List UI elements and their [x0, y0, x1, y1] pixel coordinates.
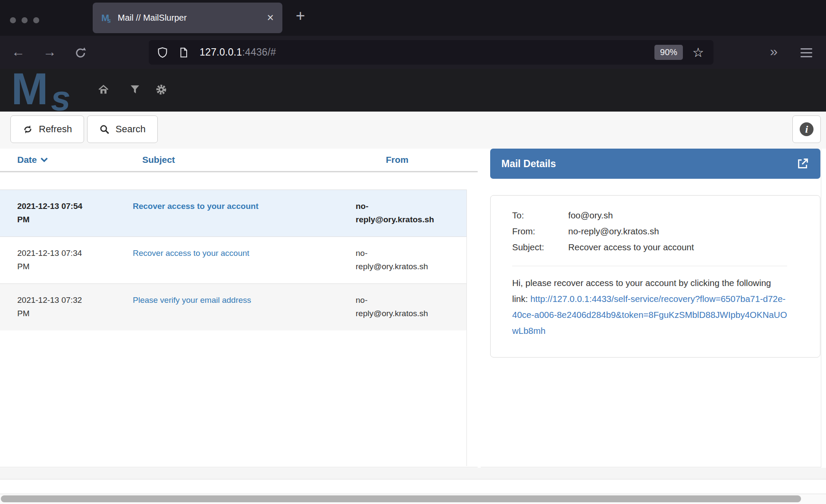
app-header: M s [0, 69, 826, 112]
details-divider [512, 266, 787, 266]
mailslurper-logo: M s [11, 69, 97, 112]
tab-favicon-mailslurper-icon: M s [101, 13, 112, 23]
mail-rows-container: 2021-12-13 07:54 PM Recover access to yo… [0, 190, 467, 466]
new-tab-button[interactable]: + [296, 7, 305, 25]
mail-from: no-reply@ory.kratos.sh [341, 284, 466, 331]
browser-tab-bar: M s Mail // MailSlurper × + [0, 0, 826, 36]
browser-tab[interactable]: M s Mail // MailSlurper × [93, 3, 282, 33]
mail-table: 2021-12-13 07:54 PM Recover access to yo… [0, 190, 466, 330]
url-path: :4436/# [242, 47, 276, 58]
window-minimize-button[interactable] [22, 17, 28, 23]
mail-subject-link[interactable]: Please verify your email address [133, 296, 251, 305]
footer-strip [0, 479, 826, 494]
open-external-icon[interactable] [796, 157, 809, 170]
column-header-subject[interactable]: Subject [142, 155, 175, 165]
mail-date: 2021-12-13 07:32 PM [0, 284, 129, 331]
search-icon [99, 124, 110, 135]
sort-descending-icon [41, 157, 48, 162]
mail-list-header: Date Subject From [0, 149, 478, 172]
scrollbar-thumb[interactable] [1, 495, 801, 502]
table-row[interactable]: 2021-12-13 07:34 PM Recover access to yo… [0, 237, 466, 284]
mail-subject-link[interactable]: Recover access to your account [133, 202, 258, 211]
search-button[interactable]: Search [87, 115, 158, 143]
window-maximize-button[interactable] [33, 17, 39, 23]
shield-icon[interactable] [156, 47, 169, 59]
from-value: no-reply@ory.kratos.sh [568, 223, 659, 239]
forward-icon[interactable]: → [43, 44, 56, 60]
column-header-from[interactable]: From [386, 155, 409, 165]
to-value: foo@ory.sh [568, 207, 613, 223]
back-icon[interactable]: ← [12, 44, 25, 60]
reload-icon[interactable] [74, 47, 87, 59]
url-text[interactable]: 127.0.0.1:4436/# [200, 47, 276, 58]
refresh-icon [22, 124, 33, 135]
svg-text:M: M [11, 69, 48, 112]
table-row[interactable]: 2021-12-13 07:32 PM Please verify your e… [0, 284, 466, 331]
search-label: Search [116, 124, 146, 135]
mail-list-panel: Date Subject From 2021-12-13 07:54 PM Re… [0, 149, 478, 467]
home-icon[interactable] [97, 84, 110, 96]
subject-label: Subject: [512, 239, 568, 255]
page-icon[interactable] [178, 47, 189, 58]
hamburger-menu-icon[interactable] [801, 48, 812, 60]
zoom-level-badge[interactable]: 90% [654, 45, 683, 60]
table-row[interactable]: 2021-12-13 07:54 PM Recover access to yo… [0, 190, 466, 237]
svg-text:s: s [51, 78, 71, 112]
toolbar-overflow-icon[interactable]: » [770, 44, 779, 59]
mail-from: no-reply@ory.kratos.sh [341, 190, 466, 237]
mail-details-title: Mail Details [501, 158, 556, 170]
mail-body: Hi, please recover access to your accoun… [512, 275, 787, 339]
info-button[interactable]: i [792, 115, 821, 143]
recovery-link[interactable]: http://127.0.0.1:4433/self-service/recov… [512, 294, 787, 336]
to-label: To: [512, 207, 568, 223]
url-host: 127.0.0.1 [200, 47, 242, 58]
refresh-label: Refresh [39, 124, 72, 135]
window-close-button[interactable] [10, 17, 16, 23]
date-column-label: Date [17, 155, 37, 165]
gear-icon[interactable] [155, 84, 167, 96]
browser-nav-bar: ← → 127.0.0.1:4436/# 90% ☆ » [0, 36, 826, 69]
url-bar[interactable]: 127.0.0.1:4436/# 90% ☆ [149, 40, 713, 65]
refresh-button[interactable]: Refresh [10, 115, 84, 143]
window-controls[interactable] [10, 17, 39, 23]
from-label: From: [512, 223, 568, 239]
mail-date: 2021-12-13 07:34 PM [0, 237, 129, 284]
mail-details-card: To: foo@ory.sh From: no-reply@ory.kratos… [490, 195, 820, 358]
subject-value: Recover access to your account [568, 239, 694, 255]
bookmark-star-icon[interactable]: ☆ [692, 45, 704, 60]
mail-subject-link[interactable]: Recover access to your account [133, 249, 249, 258]
horizontal-scrollbar[interactable] [0, 494, 826, 504]
filter-icon[interactable] [129, 84, 141, 96]
mail-details-header: Mail Details [490, 149, 820, 179]
page-background-strip [0, 468, 826, 479]
mail-details-panel: Mail Details To: foo@ory.sh From: no-rep… [481, 149, 821, 467]
tab-close-icon[interactable]: × [267, 12, 274, 24]
action-bar: Refresh Search i [0, 112, 826, 149]
mail-date: 2021-12-13 07:54 PM [0, 190, 129, 237]
tab-title: Mail // MailSlurper [118, 13, 187, 23]
column-header-date[interactable]: Date [17, 155, 48, 165]
mail-from: no-reply@ory.kratos.sh [341, 237, 466, 284]
info-icon: i [800, 122, 813, 136]
svg-text:s: s [107, 17, 111, 23]
